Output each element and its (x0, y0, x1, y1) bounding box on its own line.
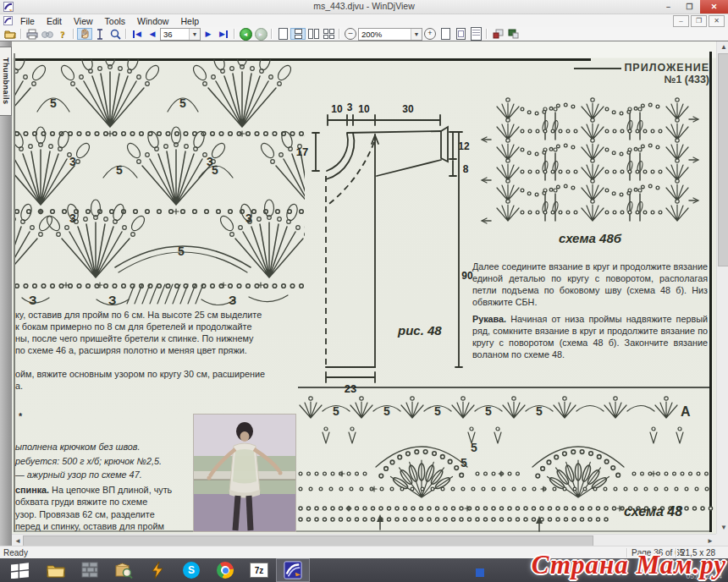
rotate-left-button[interactable] (490, 28, 505, 40)
package-magnifier-icon (114, 562, 133, 579)
forward-button[interactable]: ► (253, 28, 268, 40)
fit-width-button[interactable] (453, 28, 468, 40)
article-text-left-a: ку, оставив для пройм по 6 см. На высоте… (15, 309, 300, 356)
minimize-button[interactable]: – (658, 0, 679, 14)
layout-single-button[interactable] (275, 28, 290, 40)
hand-icon (80, 29, 90, 39)
measure-right-8: 8 (463, 163, 469, 175)
taskbar-file-explorer[interactable] (39, 558, 73, 582)
menu-window[interactable]: Window (131, 16, 174, 26)
diagram-number: З (229, 293, 236, 306)
chevron-down-icon[interactable]: ▼ (411, 29, 422, 40)
child-minimize-button[interactable]: – (673, 15, 689, 27)
measure-top-10b: 10 (358, 103, 370, 115)
fit-width-icon (456, 28, 466, 40)
close-button[interactable]: ✕ (700, 0, 728, 14)
zoom-value[interactable]: 200% (359, 30, 411, 39)
taskbar-bricks-app[interactable] (73, 558, 107, 582)
print-button[interactable] (25, 28, 40, 40)
document-viewport[interactable]: ПРИЛОЖЕНИЕ №1 (433) 5 5 5 5 3 3 5 3 3 (12, 41, 716, 534)
text-line: а. (15, 380, 300, 392)
rotate-left-icon (493, 29, 504, 39)
first-page-button[interactable]: ◀ (130, 28, 145, 40)
taskbar-skype[interactable]: S (174, 558, 208, 582)
fit-page-button[interactable] (438, 28, 453, 40)
select-text-tool-button[interactable] (92, 28, 108, 40)
next-page-icon: ▶ (206, 30, 212, 38)
last-page-button[interactable]: ▶ (216, 28, 231, 40)
previous-page-button[interactable]: ◀ (145, 28, 160, 40)
diagram-caption-48b: схема 48б (559, 231, 622, 245)
text-line: ойм, вяжите основным узором по кругу 30 … (15, 368, 300, 380)
help-button[interactable]: ? (55, 28, 70, 40)
appendix-issue: №1 (433) (604, 74, 709, 85)
tray-icon[interactable] (476, 568, 484, 577)
document-icon (3, 16, 13, 25)
child-restore-button[interactable]: ❐ (691, 15, 707, 27)
page-number-combo[interactable]: 36 ▼ (160, 28, 201, 41)
thumbnails-tab[interactable]: Thumbnails (0, 47, 12, 116)
menu-view[interactable]: View (68, 16, 99, 26)
diagram-number: 5 (383, 404, 390, 418)
scroll-down-icon[interactable]: ▼ (720, 524, 727, 531)
menu-help[interactable]: Help (174, 16, 205, 26)
maximize-button[interactable]: ❐ (679, 0, 700, 14)
find-button[interactable] (40, 28, 55, 40)
back-button[interactable]: ◄ (238, 28, 253, 40)
zoom-tool-button[interactable] (108, 28, 123, 40)
layout-continuous-button[interactable] (290, 28, 306, 40)
zoom-in-icon: + (424, 28, 436, 40)
menu-edit[interactable]: Edit (41, 16, 68, 26)
next-page-button[interactable]: ▶ (201, 28, 216, 40)
toolbar-separator (271, 29, 273, 39)
toolbar-separator (73, 29, 74, 39)
taskbar-windjview-active[interactable] (276, 558, 310, 582)
zoom-in-button[interactable]: + (422, 28, 438, 40)
actual-size-button[interactable] (468, 28, 483, 40)
paragraph-body: Начиная от низа проймы надвяжите первый … (472, 314, 708, 360)
measure-right-12: 12 (458, 140, 470, 152)
child-close-button[interactable]: ✕ (709, 15, 725, 27)
taskbar-winamp[interactable] (141, 558, 174, 582)
menu-tools[interactable]: Tools (99, 16, 132, 26)
zoom-out-button[interactable]: – (343, 28, 358, 40)
layout-facing-continuous-button[interactable] (321, 28, 336, 40)
taskbar-package-viewer[interactable] (107, 558, 141, 582)
open-button[interactable] (3, 28, 18, 40)
model-photo (193, 414, 296, 532)
actual-size-icon (471, 27, 482, 41)
scroll-up-icon[interactable]: ▲ (720, 44, 727, 51)
footnote-star: * (19, 410, 22, 422)
taskbar-chrome[interactable] (208, 558, 242, 582)
rotate-right-button[interactable] (505, 28, 521, 40)
zoom-combo[interactable]: 200% ▼ (358, 28, 422, 41)
pattern-schematic-figure: 10 3 10 30 12 8 90 23 17 рис. 48 (291, 95, 474, 399)
facing-pages-icon (308, 29, 319, 39)
lightning-icon (150, 562, 165, 579)
diagram-number: 5 (50, 96, 57, 110)
first-page-icon: ◀ (133, 30, 141, 38)
pan-tool-button[interactable] (77, 28, 92, 40)
layout-facing-button[interactable] (306, 28, 321, 40)
status-ready: Ready (3, 548, 28, 557)
skype-icon: S (183, 562, 200, 579)
scroll-right-icon[interactable]: ► (707, 538, 714, 545)
chevron-down-icon[interactable]: ▼ (189, 29, 200, 40)
toolbar: ? ◀ ◀ 36 ▼ ▶ ▶ ◄ ► (0, 27, 728, 41)
scroll-left-icon[interactable]: ◄ (14, 538, 21, 545)
printer-icon (26, 29, 38, 40)
horizontal-scrollbar[interactable]: ◄ ► (12, 534, 716, 546)
start-button[interactable] (0, 558, 39, 582)
menu-file[interactable]: File (14, 16, 41, 26)
diagram-number: 3 (245, 211, 252, 225)
text-line: спинка. На цепочке ВП длиной, чуть (15, 484, 190, 496)
vertical-scroll-thumb[interactable] (718, 53, 728, 266)
diagram-number: 5 (471, 441, 477, 454)
page-number-value[interactable]: 36 (161, 30, 189, 39)
title-bar[interactable]: ms_443.djvu - WinDjView – ❐ ✕ (0, 0, 728, 14)
vertical-scrollbar[interactable]: ▲ ▼ (716, 41, 728, 534)
taskbar-7zip[interactable]: 7z (242, 558, 276, 582)
toolbar-separator (339, 29, 340, 39)
menu-bar: File Edit View Tools Window Help – ❐ ✕ (0, 14, 728, 27)
measure-left-17: 17 (296, 146, 308, 158)
